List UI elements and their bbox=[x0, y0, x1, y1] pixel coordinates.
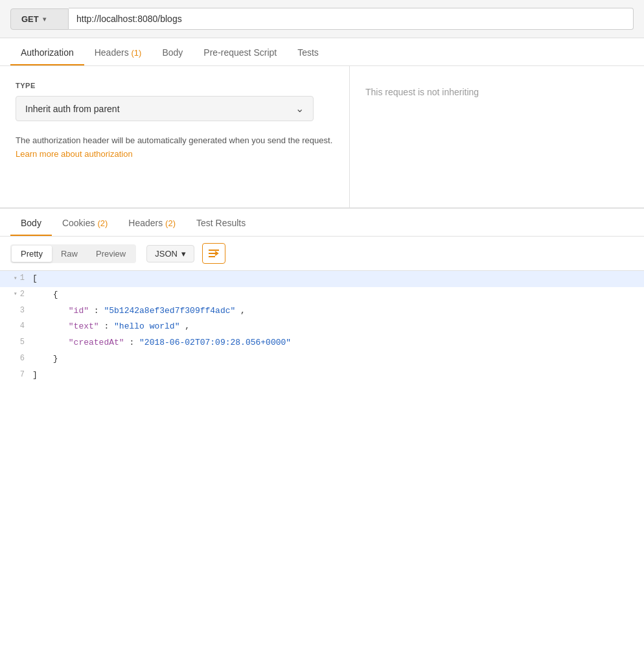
response-tab-headers[interactable]: Headers (2) bbox=[118, 209, 186, 236]
url-bar: GET ▾ bbox=[0, 0, 644, 38]
line-num-3: 3 bbox=[0, 303, 32, 318]
line-num-5: 5 bbox=[0, 335, 32, 350]
not-inheriting-text: This request is not inheriting bbox=[365, 82, 479, 97]
method-label: GET bbox=[21, 14, 39, 24]
format-tab-pretty[interactable]: Pretty bbox=[12, 246, 52, 262]
tab-authorization[interactable]: Authorization bbox=[10, 38, 84, 65]
body-viewer: Pretty Raw Preview JSON ▾ ▾ bbox=[0, 237, 644, 384]
response-tabs: Body Cookies (2) Headers (2) Test Result… bbox=[0, 209, 644, 237]
line-num-1: ▾ 1 bbox=[0, 271, 32, 286]
body-toolbar: Pretty Raw Preview JSON ▾ bbox=[0, 237, 644, 271]
method-selector[interactable]: GET ▾ bbox=[10, 8, 69, 30]
auth-left-panel: TYPE Inherit auth from parent ⌄ The auth… bbox=[0, 66, 350, 207]
tab-tests[interactable]: Tests bbox=[287, 38, 329, 65]
response-tab-cookies[interactable]: Cookies (2) bbox=[52, 209, 118, 236]
format-type-label: JSON bbox=[155, 249, 178, 259]
code-line-6: 6 } bbox=[0, 351, 644, 367]
request-tabs: Authorization Headers (1) Body Pre-reque… bbox=[0, 38, 644, 66]
response-tab-testresults[interactable]: Test Results bbox=[186, 209, 256, 236]
auth-description-text: The authorization header will be automat… bbox=[16, 135, 332, 145]
format-type-selector[interactable]: JSON ▾ bbox=[146, 245, 194, 262]
method-chevron-icon: ▾ bbox=[43, 16, 46, 23]
fold-arrow-2[interactable]: ▾ bbox=[14, 289, 17, 299]
headers-badge: (1) bbox=[132, 48, 142, 58]
tab-body[interactable]: Body bbox=[152, 38, 193, 65]
response-headers-badge: (2) bbox=[165, 218, 176, 228]
line-num-2: ▾ 2 bbox=[0, 287, 32, 302]
wrap-icon bbox=[207, 248, 220, 259]
type-select-dropdown[interactable]: Inherit auth from parent ⌄ bbox=[16, 96, 314, 121]
auth-right-panel: This request is not inheriting bbox=[350, 66, 644, 207]
format-tab-preview[interactable]: Preview bbox=[87, 246, 135, 262]
auth-panel: TYPE Inherit auth from parent ⌄ The auth… bbox=[0, 66, 644, 209]
code-line-7: 7 ] bbox=[0, 367, 644, 384]
tab-headers[interactable]: Headers (1) bbox=[84, 38, 152, 65]
cookies-badge: (2) bbox=[97, 218, 108, 228]
wrap-button[interactable] bbox=[202, 243, 225, 264]
format-type-chevron-icon: ▾ bbox=[181, 249, 186, 259]
response-tab-body[interactable]: Body bbox=[10, 209, 52, 236]
url-input[interactable] bbox=[69, 8, 634, 30]
type-label: TYPE bbox=[16, 82, 334, 89]
code-line-2: ▾ 2 { bbox=[0, 287, 644, 303]
code-line-4: 4 "text" : "hello world" , bbox=[0, 319, 644, 335]
auth-description: The authorization header will be automat… bbox=[16, 134, 334, 161]
code-line-3: 3 "id" : "5b1242a8ef3ed7f309ff4adc" , bbox=[0, 303, 644, 320]
fold-arrow-1[interactable]: ▾ bbox=[14, 274, 17, 284]
line-num-4: 4 bbox=[0, 319, 32, 334]
learn-more-link[interactable]: Learn more about authorization bbox=[16, 149, 133, 159]
format-tabs: Pretty Raw Preview bbox=[10, 244, 136, 263]
type-select-value: Inherit auth from parent bbox=[25, 104, 120, 114]
type-select-chevron-icon: ⌄ bbox=[295, 102, 304, 115]
line-num-7: 7 bbox=[0, 367, 32, 382]
tab-prerequest[interactable]: Pre-request Script bbox=[193, 38, 287, 65]
code-line-5: 5 "createdAt" : "2018-06-02T07:09:28.056… bbox=[0, 335, 644, 351]
code-area: ▾ 1 [ ▾ 2 { 3 "id" bbox=[0, 271, 644, 384]
line-num-6: 6 bbox=[0, 351, 32, 366]
code-line-1: ▾ 1 [ bbox=[0, 271, 644, 287]
format-tab-raw[interactable]: Raw bbox=[52, 246, 87, 262]
